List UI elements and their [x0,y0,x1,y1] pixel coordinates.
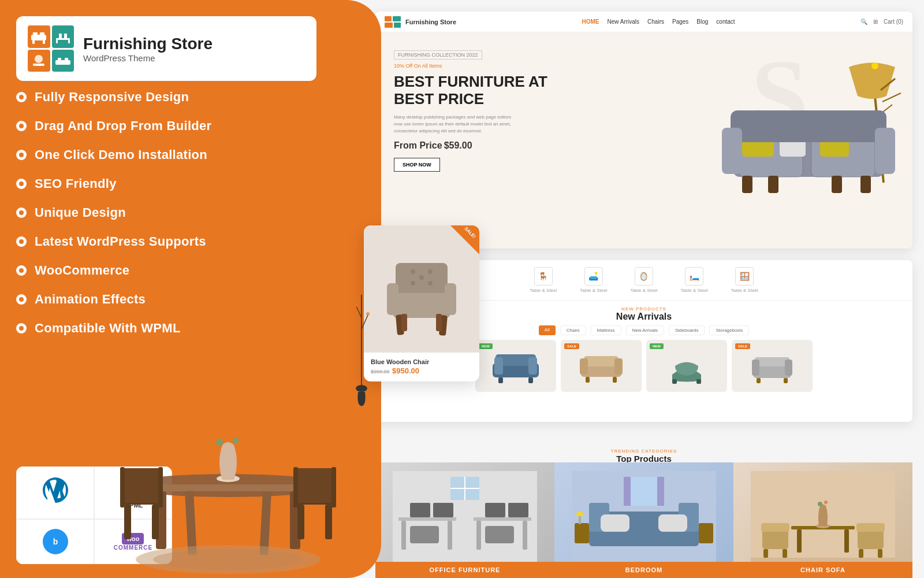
features-list: Fully Responsive Design Drag And Drop Fr… [16,90,211,350]
feature-label-6: Latest WordPress Supports [35,234,206,249]
svg-rect-29 [121,468,162,503]
cat-label-2: Table & Steel [580,288,607,293]
svg-rect-24 [185,491,197,555]
svg-rect-119 [761,523,789,532]
svg-rect-122 [858,529,884,549]
svg-rect-44 [385,16,392,21]
cat-bedroom-img [554,462,733,578]
svg-rect-27 [124,505,131,539]
feature-label-7: WooCommerce [35,263,129,278]
table-icon-2: 🛋️ [584,267,603,286]
filter-mattress[interactable]: Mattress [591,325,621,335]
bullet-icon-8 [16,294,27,305]
brand-text: Furnishing Store WordPress Theme [83,35,213,63]
product-card-2[interactable]: SALE [561,340,642,392]
product-badge-3: NEW [650,343,664,349]
shop-now-button[interactable]: SHOP NOW [394,158,440,172]
svg-rect-3 [32,40,35,44]
bullet-icon-2 [16,121,27,131]
svg-rect-37 [331,467,336,507]
cat-icon-5[interactable]: 🪟 Table & Steel [720,267,770,293]
bottom-categories: OFFICE FURNITURE [375,462,912,578]
svg-rect-117 [844,529,849,553]
svg-rect-94 [485,526,514,543]
filter-all[interactable]: All [539,325,556,335]
svg-rect-30 [120,467,125,507]
feature-label-5: Unique Design [35,205,126,220]
svg-rect-95 [410,503,430,517]
svg-rect-77 [613,377,617,383]
svg-rect-70 [498,377,503,383]
svg-rect-84 [757,378,761,383]
table-icon-4: 🛏️ [685,267,703,286]
nav-contact[interactable]: contact [716,18,735,25]
svg-point-43 [153,549,303,570]
svg-rect-144 [445,283,456,315]
svg-rect-89 [401,521,406,550]
cat-icon-4[interactable]: 🛏️ Table & Steel [669,267,720,293]
svg-rect-47 [394,23,401,28]
svg-rect-9 [68,40,70,43]
grid-icon[interactable]: ⊞ [873,18,878,25]
nav-new-arrivals[interactable]: New Arrivals [607,18,639,25]
cat-bedroom[interactable]: BEDROOM [554,462,733,578]
svg-line-131 [356,306,362,318]
svg-rect-45 [393,16,401,21]
cat-office-img [375,462,554,578]
cat-label-bedroom: BEDROOM [554,562,733,578]
feature-label-1: Fully Responsive Design [35,90,189,105]
top-products-sub: Trending Categories [375,449,912,454]
svg-rect-142 [436,314,442,331]
product-price: $999.00 $950.00 [371,365,472,376]
cat-office-furniture[interactable]: OFFICE FURNITURE [375,462,554,578]
filter-chairs[interactable]: Chairs [560,325,586,335]
cat-label-3: Table & Steel [630,288,657,293]
cat-chair-sofa[interactable]: CHAIR SOFA [733,462,912,578]
svg-point-145 [411,269,415,274]
product-badge-4: SALE [735,343,750,349]
svg-rect-120 [763,549,768,558]
svg-rect-36 [293,467,298,507]
svg-rect-79 [696,379,701,384]
filter-storageboxls[interactable]: Storageboxls [709,325,749,335]
cat-icon-2[interactable]: 🛋️ Table & Steel [568,267,619,293]
nav-home[interactable]: HOME [582,18,599,25]
bullet-icon-6 [16,236,27,247]
preview-navbar: Furnishing Store HOME New Arrivals Chair… [375,12,912,32]
cat-icon-1[interactable]: 🪑 Table & Steel [518,267,568,293]
top-products-header: Trending Categories Top Products [375,449,912,464]
nav-icons: 🔍 ⊞ Cart (0) [860,18,903,25]
svg-rect-107 [658,514,687,532]
logo-box: Furnishing Store WordPress Theme [16,16,316,81]
product-card-1[interactable]: NEW [475,340,556,392]
nav-links: HOME New Arrivals Chairs Pages Blog cont… [582,18,735,25]
svg-rect-64 [832,176,842,193]
svg-rect-71 [528,377,533,383]
furniture-photo [104,410,352,578]
svg-rect-5 [56,38,70,40]
nav-brand-name: Furnishing Store [405,18,456,25]
svg-rect-93 [410,526,439,543]
filter-sideboards[interactable]: Sideboards [669,325,705,335]
cart-label[interactable]: Cart (0) [884,18,903,25]
hero-price-value: $59.00 [444,140,472,150]
cat-label-4: Table & Steel [681,288,708,293]
floating-card-body: Blue Wooden Chair $999.00 $950.00 [364,353,479,381]
filter-new-arrivals[interactable]: New Arrivals [626,325,664,335]
nav-blog[interactable]: Blog [696,18,708,25]
cat-icon-3[interactable]: 🪞 Table & Steel [619,267,669,293]
svg-rect-33 [297,505,304,539]
svg-rect-91 [476,521,481,550]
brand-subtitle: WordPress Theme [83,53,213,63]
svg-point-128 [824,501,828,504]
nav-chairs[interactable]: Chairs [647,18,664,25]
search-icon[interactable]: 🔍 [860,18,867,25]
product-card-4[interactable]: SALE [732,340,813,392]
nav-pages[interactable]: Pages [672,18,688,25]
product-card-3[interactable]: NEW [646,340,727,392]
svg-rect-124 [859,549,863,558]
feature-label-4: SEO Friendly [35,176,117,191]
svg-rect-76 [586,377,590,383]
cat-label-chair-sofa: CHAIR SOFA [733,562,912,578]
svg-rect-87 [398,517,456,521]
